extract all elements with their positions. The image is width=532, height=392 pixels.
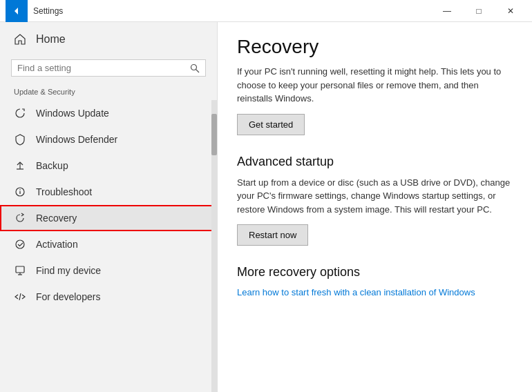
svg-point-8 (16, 240, 24, 248)
sidebar-item-windows-defender[interactable]: Windows Defender (0, 126, 217, 153)
find-device-icon (14, 264, 26, 277)
sidebar-item-backup[interactable]: Backup (0, 153, 217, 179)
sidebar-item-recovery[interactable]: Recovery (0, 205, 217, 231)
svg-point-7 (19, 189, 21, 190)
sidebar-item-for-developers[interactable]: For developers (0, 284, 217, 310)
sidebar-item-troubleshoot[interactable]: Troubleshoot (0, 179, 217, 205)
sidebar-label-troubleshoot: Troubleshoot (36, 186, 92, 197)
back-button[interactable] (6, 0, 28, 22)
defender-icon (14, 133, 26, 146)
svg-rect-9 (16, 266, 24, 273)
recovery-icon (14, 212, 26, 224)
search-icon (190, 63, 200, 73)
sidebar-scrollbar-thumb (211, 114, 217, 155)
title-bar: Settings — □ ✕ (0, 0, 532, 22)
sidebar-nav-inner: Windows Update Windows Defender (0, 100, 217, 392)
activation-icon (14, 238, 26, 251)
sidebar-section-title: Update & Security (0, 85, 217, 100)
get-started-button[interactable]: Get started (237, 114, 305, 135)
sidebar-label-backup: Backup (36, 160, 68, 171)
content-area: Recovery If your PC isn't running well, … (218, 22, 532, 392)
sidebar-label-activation: Activation (36, 239, 78, 250)
clean-install-link[interactable]: Learn how to start fresh with a clean in… (237, 287, 475, 297)
more-recovery-title: More recovery options (237, 265, 513, 280)
svg-line-12 (19, 293, 21, 300)
page-title: Recovery (237, 36, 513, 58)
sidebar-nav: Windows Update Windows Defender (0, 100, 217, 392)
sidebar: Home Update & Security (0, 22, 218, 392)
sidebar-item-activation[interactable]: Activation (0, 231, 217, 257)
minimize-button[interactable]: — (431, 0, 463, 22)
window-controls: — □ ✕ (431, 0, 526, 22)
title-bar-left: Settings (6, 0, 63, 22)
backup-icon (14, 159, 26, 172)
sidebar-scrollbar[interactable] (211, 100, 217, 392)
reset-section: If your PC isn't running well, resetting… (237, 65, 513, 138)
sidebar-label-windows-update: Windows Update (36, 108, 109, 119)
sidebar-item-windows-update[interactable]: Windows Update (0, 100, 217, 126)
troubleshoot-icon (14, 186, 26, 198)
advanced-startup-section: Advanced startup Start up from a device … (237, 155, 513, 249)
close-button[interactable]: ✕ (495, 0, 526, 22)
sidebar-item-home[interactable]: Home (0, 22, 217, 57)
sidebar-item-find-my-device[interactable]: Find my device (0, 257, 217, 284)
more-recovery-section: More recovery options Learn how to start… (237, 265, 513, 297)
svg-point-1 (191, 64, 197, 70)
reset-description: If your PC isn't running well, resetting… (237, 65, 513, 106)
window-title: Settings (33, 6, 63, 16)
sidebar-label-windows-defender: Windows Defender (36, 134, 117, 145)
developers-icon (14, 291, 26, 303)
sidebar-label-for-developers: For developers (36, 291, 100, 302)
home-icon (14, 33, 26, 46)
restart-now-button[interactable]: Restart now (237, 224, 308, 246)
maximize-button[interactable]: □ (463, 0, 495, 22)
advanced-startup-title: Advanced startup (237, 155, 513, 169)
sidebar-label-find-my-device: Find my device (36, 265, 101, 276)
update-icon (14, 107, 26, 119)
home-label: Home (36, 33, 66, 46)
svg-marker-0 (15, 8, 18, 14)
svg-line-2 (196, 69, 200, 72)
sidebar-label-recovery: Recovery (36, 213, 77, 224)
app-body: Home Update & Security (0, 22, 532, 392)
search-box[interactable] (11, 59, 206, 77)
search-input[interactable] (17, 63, 190, 73)
advanced-startup-description: Start up from a device or disc (such as … (237, 176, 513, 217)
